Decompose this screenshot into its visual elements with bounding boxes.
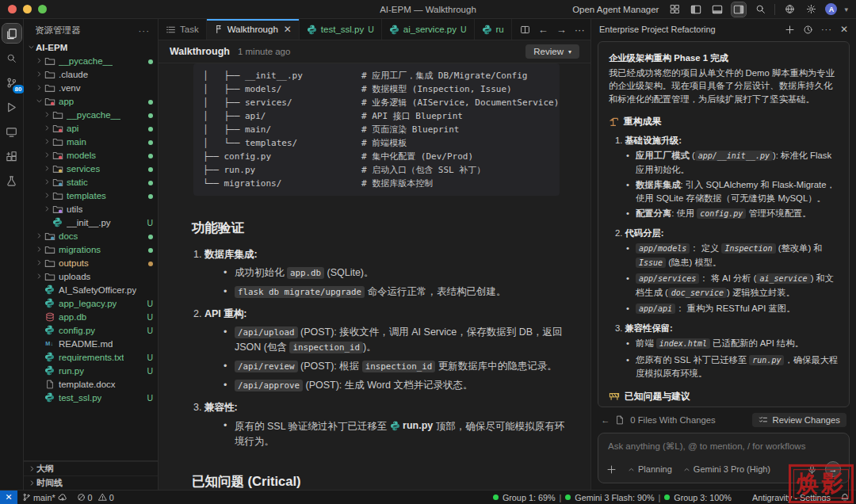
notifications-bell-icon[interactable]: [840, 493, 850, 502]
tab-task[interactable]: Task: [159, 19, 207, 40]
chat-input-box: Planning Gemini 3 Pro (High) →: [598, 433, 850, 483]
toggle-right-panel-icon[interactable]: [732, 2, 746, 17]
new-conversation-icon[interactable]: [785, 25, 795, 35]
tree-item[interactable]: .venv: [24, 81, 158, 94]
tree-item[interactable]: __pycache__: [24, 54, 158, 67]
nav-forward-icon[interactable]: →: [556, 24, 567, 36]
bullet-item: •/api/approve (POST): 生成 Word 文档并记录状态。: [224, 378, 573, 393]
tree-item[interactable]: templates: [24, 189, 158, 202]
tab-ai_service-py[interactable]: ai_service.pyU: [382, 19, 475, 40]
agent-more-icon[interactable]: ···: [821, 25, 832, 34]
numbered-item: 1. 基础设施升级:: [615, 134, 839, 147]
tab-ru[interactable]: ru: [475, 19, 512, 40]
sidebar-section-时间线[interactable]: 时间线: [24, 475, 158, 490]
history-icon[interactable]: [803, 25, 813, 35]
git-branch-item[interactable]: main*: [17, 493, 72, 502]
model-dropdown[interactable]: Gemini 3 Pro (High): [683, 464, 770, 474]
zoom-window-button[interactable]: [38, 5, 47, 13]
tree-item[interactable]: app_legacy.pyU: [24, 296, 158, 310]
back-icon[interactable]: ←: [601, 415, 610, 425]
tree-item[interactable]: __init__.pyU: [24, 216, 158, 229]
remote-indicator[interactable]: ✕: [0, 491, 17, 504]
python-icon: [44, 298, 55, 308]
toggle-bottom-panel-icon[interactable]: [710, 2, 724, 17]
chat-input[interactable]: [606, 441, 841, 452]
numbered-item: 1. 数据库集成:: [193, 248, 573, 262]
tree-item[interactable]: models: [24, 148, 158, 162]
tree-item[interactable]: api: [24, 121, 158, 135]
tree-item[interactable]: outputs: [24, 256, 158, 269]
activity-source-control-icon[interactable]: 80: [2, 73, 21, 92]
tree-item[interactable]: test_ssl.pyU: [24, 391, 158, 404]
tree-item[interactable]: app: [24, 94, 158, 108]
tab-test_ssl-py[interactable]: test_ssl.pyU: [300, 19, 382, 40]
activity-run-debug-icon[interactable]: [2, 97, 21, 116]
layout-grid-icon[interactable]: [667, 2, 682, 17]
model-quota-status[interactable]: Group 1: 69%|Gemini 3 Flash: 90%|Group 3…: [488, 493, 736, 502]
toggle-left-panel-icon[interactable]: [689, 2, 703, 17]
tree-item[interactable]: template.docx: [24, 377, 158, 391]
tree-item[interactable]: M↓README.md: [24, 337, 158, 350]
tree-item[interactable]: requirements.txtU: [24, 350, 158, 364]
tree-item[interactable]: config.pyU: [24, 323, 158, 337]
file-reference[interactable]: run.py: [390, 418, 433, 433]
split-editor-icon[interactable]: [520, 25, 530, 35]
account-avatar[interactable]: A: [825, 3, 837, 15]
close-window-button[interactable]: [8, 5, 17, 13]
explorer-more-icon[interactable]: ···: [139, 26, 151, 36]
activity-testing-icon[interactable]: [2, 171, 21, 190]
tree-item[interactable]: main: [24, 135, 158, 148]
activity-bar: 80: [0, 19, 24, 490]
tab-walkthrough[interactable]: Walkthrough✕: [207, 19, 300, 40]
tree-item-label: migrations: [59, 245, 101, 254]
settings-status-item[interactable]: Antigravity - Settings: [747, 493, 835, 502]
tree-item[interactable]: AI_SafetyOfficer.py: [24, 283, 158, 296]
inline-code: Inspection: [721, 243, 775, 254]
activity-remote-icon[interactable]: [2, 122, 21, 141]
search-icon[interactable]: [753, 2, 767, 17]
activity-explorer-icon[interactable]: [2, 24, 21, 43]
problems-item[interactable]: 0 0: [72, 493, 119, 502]
mic-icon[interactable]: [807, 464, 817, 475]
tree-item[interactable]: __pycache__: [24, 108, 158, 121]
tree-item-label: app_legacy.py: [59, 299, 117, 308]
folder-icon: [52, 136, 63, 147]
open-agent-manager-button[interactable]: Open Agent Manager: [572, 5, 659, 14]
tree-item[interactable]: utils: [24, 202, 158, 216]
code-tree: ├── config.py: [203, 150, 361, 163]
minimize-window-button[interactable]: [23, 5, 32, 13]
tree-item-label: main: [67, 137, 86, 147]
git-status-indicator: [145, 151, 153, 160]
code-line: ├── config.py# 集中化配置 (Dev/Prod): [203, 150, 550, 163]
nav-back-icon[interactable]: ←: [538, 24, 548, 36]
sidebar-section-大纲[interactable]: 大纲: [24, 461, 158, 475]
send-button[interactable]: →: [825, 461, 841, 477]
inline-code: app/services: [636, 273, 699, 284]
add-context-icon[interactable]: [606, 464, 617, 475]
tree-item[interactable]: app.dbU: [24, 310, 158, 323]
inline-code: config.py: [697, 208, 746, 219]
tree-item[interactable]: .claude: [24, 67, 158, 81]
tree-item[interactable]: uploads: [24, 269, 158, 283]
tree-item[interactable]: run.pyU: [24, 364, 158, 377]
settings-gear-icon[interactable]: [804, 2, 818, 17]
close-panel-icon[interactable]: ✕: [840, 24, 848, 35]
close-tab-icon[interactable]: ✕: [284, 24, 292, 35]
tree-item-label: uploads: [59, 272, 90, 281]
tree-root[interactable]: AI-EPM: [24, 40, 158, 54]
editor-more-icon[interactable]: ···: [575, 24, 585, 36]
activity-search-icon[interactable]: [2, 48, 21, 67]
modified-dot: [148, 140, 153, 145]
tree-item[interactable]: migrations: [24, 242, 158, 256]
review-button[interactable]: Review▾: [525, 44, 579, 59]
tree-item[interactable]: services: [24, 162, 158, 175]
window-controls[interactable]: [8, 5, 47, 13]
tree-item[interactable]: docs: [24, 229, 158, 242]
activity-extensions-icon[interactable]: [2, 147, 21, 166]
planning-dropdown[interactable]: Planning: [628, 464, 672, 474]
python-icon: [44, 325, 55, 335]
tree-item[interactable]: static: [24, 175, 158, 189]
avatar-chevron-icon[interactable]: ▾: [844, 6, 848, 13]
browser-icon[interactable]: [782, 2, 797, 17]
review-changes-button[interactable]: Review Changes: [752, 413, 846, 427]
